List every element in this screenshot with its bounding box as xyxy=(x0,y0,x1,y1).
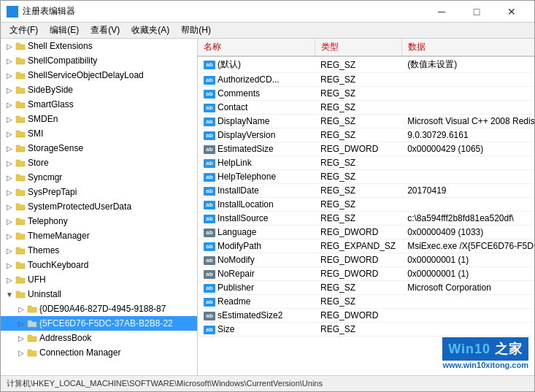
menu-view[interactable]: 查看(V) xyxy=(85,23,126,38)
tree-expander[interactable]: ▷ xyxy=(4,99,15,110)
maximize-button[interactable]: □ xyxy=(460,1,493,23)
tree-item[interactable]: ▷{5FCE6D76-F5DC-37AB-B2B8-22 xyxy=(1,316,197,331)
table-row[interactable]: ab(默认)REG_SZ(数值未设置) xyxy=(198,56,534,73)
tree-expander[interactable]: ▷ xyxy=(4,274,15,285)
tree-expander[interactable]: ▷ xyxy=(15,303,27,315)
menu-help[interactable]: 帮助(H) xyxy=(175,23,217,38)
table-row[interactable]: abModifyPathREG_EXPAND_SZMsiExec.exe /X{… xyxy=(198,239,534,253)
tree-expander[interactable]: ▷ xyxy=(4,55,15,66)
table-row[interactable]: abPublisherREG_SZMicrosoft Corporation xyxy=(198,281,534,295)
folder-icon xyxy=(15,274,26,285)
table-row[interactable]: abDisplayNameREG_SZMicrosoft Visual C++ … xyxy=(198,115,534,128)
tree-item[interactable]: ▷ThemeManager xyxy=(1,228,197,243)
tree-item[interactable]: ▼Uninstall xyxy=(1,287,197,301)
tree-item[interactable]: ▷Connection Manager xyxy=(1,345,197,360)
table-row[interactable]: abCommentsREG_SZ xyxy=(198,87,534,101)
tree-expander[interactable]: ▷ xyxy=(4,84,15,96)
folder-icon xyxy=(15,41,26,51)
tree-item[interactable]: ▷ShellCompatibility xyxy=(1,53,197,68)
tree-item[interactable]: ▷SMDEn xyxy=(1,112,197,126)
tree-item[interactable]: ▷ShellServiceObjectDelayLoad xyxy=(1,68,197,82)
tree-expander[interactable]: ▷ xyxy=(15,332,27,344)
tree-expander[interactable]: ▷ xyxy=(4,201,15,212)
tree-expander[interactable]: ▷ xyxy=(15,347,27,358)
table-row[interactable]: abAuthorizedCD...REG_SZ xyxy=(198,73,534,87)
tree-expander[interactable]: ▼ xyxy=(4,288,15,300)
value-name: sEstimatedSize2 xyxy=(218,310,282,320)
table-cell-type: REG_SZ xyxy=(315,170,401,184)
col-header-name[interactable]: 名称 xyxy=(198,39,315,56)
table-row[interactable]: abLanguageREG_DWORD0x00000409 (1033) xyxy=(198,226,534,239)
tree-item[interactable]: ▷TouchKeyboard xyxy=(1,258,197,272)
table-row[interactable]: abEstimatedSizeREG_DWORD0x00000429 (1065… xyxy=(198,142,534,156)
table-row[interactable]: abInstallSourceREG_SZc:\8a594fff2b8fd81e… xyxy=(198,212,534,226)
tree-item[interactable]: ▷Shell Extensions xyxy=(1,39,197,53)
tree-expander[interactable]: ▷ xyxy=(4,40,15,52)
table-row[interactable]: abSizeREG_SZ xyxy=(198,323,534,337)
tree-expander[interactable]: ▷ xyxy=(4,128,15,139)
value-name: (默认) xyxy=(218,59,241,69)
tree-expander[interactable]: ▷ xyxy=(15,318,27,329)
close-button[interactable]: ✕ xyxy=(495,1,528,23)
minimize-button[interactable]: ─ xyxy=(425,1,458,23)
tree-expander[interactable]: ▷ xyxy=(4,113,15,125)
menu-favorites[interactable]: 收藏夹(A) xyxy=(126,23,175,38)
menu-edit[interactable]: 编辑(E) xyxy=(44,23,85,38)
folder-icon xyxy=(15,55,26,66)
table-row[interactable]: abInstallDateREG_SZ20170419 xyxy=(198,184,534,198)
tree-item[interactable]: ▷SmartGlass xyxy=(1,97,197,112)
status-path: 计算机\HKEY_LOCAL_MACHINE\SOFTWARE\Microsof… xyxy=(7,378,323,389)
table-cell-data: (数值未设置) xyxy=(401,56,534,73)
table-row[interactable]: abInstallLocationREG_SZ xyxy=(198,198,534,212)
table-row[interactable]: abNoRepairREG_DWORD0x00000001 (1) xyxy=(198,267,534,281)
tree-expander[interactable]: ▷ xyxy=(4,186,15,198)
right-wrapper: 名称 类型 数据 ab(默认)REG_SZ(数值未设置)abAuthorized… xyxy=(198,39,534,375)
table-cell-type: REG_SZ xyxy=(315,198,401,212)
table-cell-data: MsiExec.exe /X{5FCE6D76-F5DC- xyxy=(401,239,534,253)
table-row[interactable]: absEstimatedSize2REG_DWORD xyxy=(198,309,534,323)
tree-expander[interactable]: ▷ xyxy=(4,245,15,256)
value-type-icon: ab xyxy=(204,201,215,210)
table-cell-name: abSize xyxy=(198,323,315,337)
tree-item[interactable]: ▷Telephony xyxy=(1,214,197,228)
value-name: Publisher xyxy=(218,283,254,293)
tree-item[interactable]: ▷SysPrepTapi xyxy=(1,185,197,199)
tree-item[interactable]: ▷SystemProtectedUserData xyxy=(1,199,197,214)
table-cell-data: Microsoft Corporation xyxy=(401,281,534,295)
tree-expander[interactable]: ▷ xyxy=(4,172,15,183)
tree-item[interactable]: ▷UFH xyxy=(1,272,197,287)
table-cell-name: abDisplayName xyxy=(198,115,315,128)
tree-item[interactable]: ▷{0DE90A46-827D-4945-9188-87 xyxy=(1,301,197,316)
tree-expander[interactable]: ▷ xyxy=(4,230,15,242)
tree-item-label: SmartGlass xyxy=(28,99,74,109)
tree-expander[interactable]: ▷ xyxy=(4,142,15,154)
value-name: HelpLink xyxy=(218,158,252,168)
tree-expander[interactable]: ▷ xyxy=(4,215,15,227)
tree-item[interactable]: ▷Store xyxy=(1,155,197,170)
tree-item[interactable]: ▷AddressBook xyxy=(1,331,197,345)
table-row[interactable]: abContactREG_SZ xyxy=(198,101,534,115)
tree-expander[interactable]: ▷ xyxy=(4,69,15,81)
tree-item[interactable]: ▷StorageSense xyxy=(1,141,197,155)
tree-item[interactable]: ▷SMI xyxy=(1,126,197,141)
table-cell-data: 20170419 xyxy=(401,184,534,198)
menu-file[interactable]: 文件(F) xyxy=(4,23,44,38)
tree-expander[interactable]: ▷ xyxy=(4,259,15,271)
tree-expander[interactable]: ▷ xyxy=(4,157,15,169)
table-cell-type: REG_SZ xyxy=(315,73,401,87)
col-header-data[interactable]: 数据 xyxy=(401,39,534,56)
table-row[interactable]: abHelpTelephoneREG_SZ xyxy=(198,170,534,184)
table-row[interactable]: abReadmeREG_SZ xyxy=(198,295,534,309)
folder-icon xyxy=(15,245,26,255)
table-row[interactable]: abNoModifyREG_DWORD0x00000001 (1) xyxy=(198,253,534,267)
table-cell-type: REG_DWORD xyxy=(315,267,401,281)
table-row[interactable]: abDisplayVersionREG_SZ9.0.30729.6161 xyxy=(198,128,534,142)
tree-item[interactable]: ▷Syncmgr xyxy=(1,170,197,185)
tree-item[interactable]: ▷Themes xyxy=(1,243,197,258)
tree-item-label: SysPrepTapi xyxy=(28,187,77,197)
tree-item-label: ShellServiceObjectDelayLoad xyxy=(28,70,144,80)
table-cell-type: REG_DWORD xyxy=(315,142,401,156)
tree-item[interactable]: ▷SideBySide xyxy=(1,82,197,97)
table-row[interactable]: abHelpLinkREG_SZ xyxy=(198,156,534,170)
col-header-type[interactable]: 类型 xyxy=(315,39,401,56)
